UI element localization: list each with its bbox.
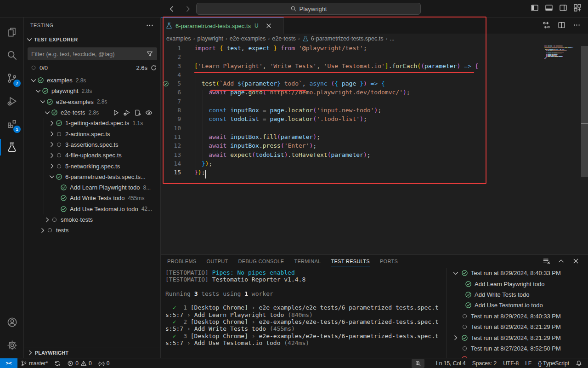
test-run-item[interactable]: Test run at 8/29/2024, 8:40:33 PM: [447, 311, 588, 322]
layout-sidebar-left-icon[interactable]: [531, 4, 539, 12]
layout-customize-icon[interactable]: [573, 4, 582, 12]
activity-bar-explorer[interactable]: [0, 21, 24, 43]
status-eol[interactable]: LF: [522, 358, 535, 368]
test-tree-item-e2e-examples[interactable]: e2e-examples2.8s: [24, 97, 161, 107]
test-tree-item-3-assertions-spec-ts[interactable]: 3-assertions.spec.ts: [24, 139, 161, 150]
test-tree-item-1-getting-started-spec-ts[interactable]: 1-getting-started.spec.ts1.1s: [24, 118, 161, 128]
activity-bar-run-debug[interactable]: [0, 90, 24, 112]
panel-tab-debug-console[interactable]: DEBUG CONSOLE: [238, 255, 284, 268]
code-line-7[interactable]: 7: [161, 97, 542, 106]
filter-icon[interactable]: [146, 50, 153, 58]
panel-tab-terminal[interactable]: TERMINAL: [294, 255, 321, 268]
status-encoding[interactable]: UTF-8: [500, 358, 522, 368]
test-tree-item-e2e-tests[interactable]: e2e-tests2.8s: [24, 107, 161, 118]
panel-tab-output[interactable]: OUTPUT: [207, 255, 228, 268]
test-tree-item-tests[interactable]: tests: [24, 225, 161, 236]
test-tree-item-add-use-testomat-io-todo[interactable]: Add Use Testomat.io todo42...: [24, 204, 161, 214]
breadcrumb-item[interactable]: ...: [390, 35, 394, 42]
activity-bar-accounts[interactable]: [0, 311, 24, 333]
activity-bar-settings[interactable]: [0, 334, 24, 356]
code-line-15[interactable]: 15});: [161, 168, 542, 177]
activity-bar-source-control[interactable]: 7: [0, 67, 24, 89]
refresh-icon[interactable]: [150, 64, 157, 71]
status-ports[interactable]: 0: [95, 358, 113, 368]
code-line-14[interactable]: 14 });: [161, 159, 542, 168]
layout-panel-icon[interactable]: [545, 4, 553, 12]
test-tree-item-add-learn-playwright-todo[interactable]: Add Learn Playwright todo8...: [24, 182, 161, 193]
status-git-branch[interactable]: master*: [17, 358, 51, 368]
history-back-button[interactable]: [166, 3, 176, 14]
test-run-item[interactable]: Add Learn Playwright todo: [447, 278, 588, 289]
breadcrumb-item[interactable]: e2e-tests: [272, 35, 295, 42]
panel-tab-ports[interactable]: PORTS: [380, 255, 398, 268]
test-tree-item-examples[interactable]: examples2.8s: [24, 75, 161, 86]
breadcrumb-item[interactable]: 6-parametrized-tests.spec.ts: [311, 35, 384, 42]
split-editor-icon[interactable]: [558, 21, 565, 29]
code-line-6[interactable]: 6 await page.goto('https://demo.playwrig…: [161, 88, 542, 97]
debug-alt-icon[interactable]: [123, 109, 130, 116]
test-explorer-section-header[interactable]: TEST EXPLORER: [26, 36, 78, 43]
activity-bar-extensions[interactable]: 1: [0, 113, 24, 135]
layout-sidebar-right-icon[interactable]: [559, 4, 567, 12]
test-filter-input[interactable]: [28, 51, 146, 58]
code-line-5[interactable]: 5 test(`Add ${parameter} todo`, async ({…: [161, 79, 542, 88]
chevron-up-icon[interactable]: [557, 257, 565, 265]
history-forward-button[interactable]: [183, 3, 193, 14]
close-icon[interactable]: [572, 257, 580, 265]
code-line-3[interactable]: 3['Learn Playwright', 'Write Tests', 'Us…: [161, 62, 542, 70]
breadcrumb-item[interactable]: e2e-examples: [230, 35, 266, 42]
command-center-search[interactable]: Playwright: [196, 3, 421, 15]
playwright-section-header[interactable]: PLAYWRIGHT: [24, 347, 160, 358]
breadcrumb-item[interactable]: examples: [166, 35, 191, 42]
clear-output-icon[interactable]: [543, 257, 550, 265]
activity-bar-testing[interactable]: [0, 136, 24, 158]
breadcrumb-item[interactable]: playwright: [198, 35, 223, 42]
code-line-13[interactable]: 13 await expect(todoList).toHaveText(par…: [161, 150, 542, 159]
test-tree-item-playwright[interactable]: playwright2.8s: [24, 86, 161, 96]
test-tree-item-add-write-tests-todo[interactable]: Add Write Tests todo455ms: [24, 193, 161, 203]
tab-6-parametrized-tests[interactable]: 6-parametrized-tests.spec.ts U: [161, 17, 284, 34]
code-line-1[interactable]: 1import { test, expect } from '@playwrig…: [161, 44, 542, 52]
close-icon[interactable]: [265, 22, 272, 29]
test-tree-item-4-file-uploads-spec-ts[interactable]: 4-file-uploads.spec.ts: [24, 150, 161, 161]
status-indentation[interactable]: Spaces: 2: [469, 358, 500, 368]
editor-scrollbar[interactable]: [581, 46, 588, 177]
minimap[interactable]: [544, 46, 577, 59]
status-notifications[interactable]: [572, 358, 585, 368]
test-run-item[interactable]: Add Write Tests todo: [447, 289, 588, 300]
panel-tab-problems[interactable]: PROBLEMS: [167, 255, 197, 268]
status-screencast-zoom[interactable]: [412, 359, 424, 368]
test-run-item[interactable]: Test run at 8/29/2024, 8:21:29 PM: [447, 322, 588, 332]
open-changes-icon[interactable]: [543, 21, 550, 29]
test-run-item[interactable]: [447, 354, 588, 358]
status-remote[interactable]: ><: [0, 358, 17, 368]
code-line-2[interactable]: 2: [161, 52, 542, 61]
more-icon[interactable]: [573, 21, 581, 29]
code-line-9[interactable]: 9 const todoList = page.locator('.todo-l…: [161, 115, 542, 123]
panel-tab-test-results[interactable]: TEST RESULTS: [331, 255, 370, 268]
test-tree-item-smoke-tests[interactable]: smoke-tests: [24, 214, 161, 225]
more-actions-icon[interactable]: [146, 21, 154, 29]
play-icon[interactable]: [112, 109, 119, 116]
status-language-mode[interactable]: {} TypeScript: [535, 358, 572, 368]
status-cursor-position[interactable]: Ln 15, Col 4: [433, 358, 469, 368]
code-line-4[interactable]: 4: [161, 70, 542, 79]
status-git-sync[interactable]: [51, 358, 64, 368]
code-line-8[interactable]: 8 const inputBox = page.locator('input.n…: [161, 106, 542, 115]
test-run-item[interactable]: Test run at 8/27/2024, 8:52:50 PM: [447, 343, 588, 354]
code-line-11[interactable]: 11 await inputBox.fill(parameter);: [161, 132, 542, 141]
activity-bar-search[interactable]: [0, 44, 24, 66]
test-tree-item-6-parametrized-tests-spec-ts-[interactable]: 6-parametrized-tests.spec.ts...: [24, 172, 161, 182]
code-line-10[interactable]: 10: [161, 124, 542, 132]
status-problems[interactable]: 00: [64, 358, 95, 368]
test-run-item[interactable]: Test run at 8/29/2024, 8:40:33 PM: [447, 268, 588, 278]
pass-icon[interactable]: [163, 80, 169, 87]
code-line-12[interactable]: 12 await inputBox.press('Enter');: [161, 141, 542, 150]
goto-file-icon[interactable]: [134, 109, 141, 116]
code-editor[interactable]: 1import { test, expect } from '@playwrig…: [161, 44, 542, 254]
test-run-item[interactable]: Test run at 8/29/2024, 8:21:29 PM: [447, 332, 588, 343]
test-tree-item-2-actions-spec-ts[interactable]: 2-actions.spec.ts: [24, 128, 161, 139]
test-run-item[interactable]: Add Use Testomat.io todo: [447, 300, 588, 310]
eye-icon[interactable]: [145, 109, 153, 116]
test-tree-item-5-networking-spec-ts[interactable]: 5-networking.spec.ts: [24, 161, 161, 171]
